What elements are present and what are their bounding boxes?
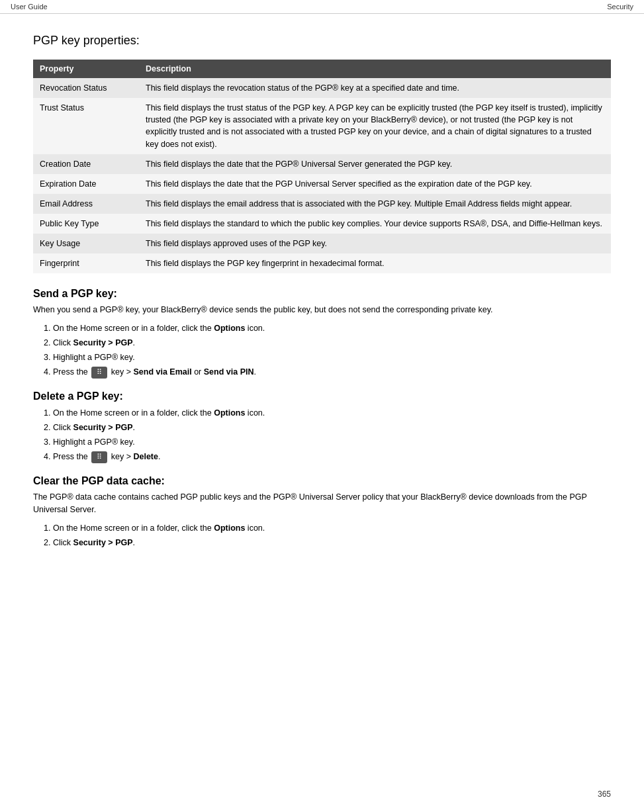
menu-key-icon (91, 451, 107, 463)
property-cell: Creation Date (33, 154, 139, 174)
list-item: Click Security > PGP. (53, 536, 611, 549)
property-cell: Trust Status (33, 98, 139, 154)
properties-table: Property Description Revocation StatusTh… (33, 60, 611, 273)
clear-title: Clear the PGP data cache: (33, 475, 611, 487)
clear-steps: On the Home screen or in a folder, click… (53, 521, 611, 549)
list-item: On the Home screen or in a folder, click… (53, 406, 611, 420)
section-title: PGP key properties: (33, 34, 611, 48)
header-right: Security (607, 3, 633, 11)
description-cell: This field displays the email address th… (139, 194, 611, 214)
description-cell: This field displays the trust status of … (139, 98, 611, 154)
property-cell: Expiration Date (33, 174, 139, 194)
table-row: Expiration DateThis field displays the d… (33, 174, 611, 194)
table-row: Trust StatusThis field displays the trus… (33, 98, 611, 154)
description-cell: This field displays the date that the PG… (139, 154, 611, 174)
page-header: User Guide Security (0, 0, 644, 14)
property-cell: Key Usage (33, 234, 139, 253)
table-row: Revocation StatusThis field displays the… (33, 78, 611, 98)
list-item: Highlight a PGP® key. (53, 435, 611, 449)
list-item: Press the key > Delete. (53, 450, 611, 463)
property-cell: Email Address (33, 194, 139, 214)
property-cell: Revocation Status (33, 78, 139, 98)
list-item: Press the key > Send via Email or Send v… (53, 365, 611, 379)
list-item: On the Home screen or in a folder, click… (53, 322, 611, 335)
table-row: Public Key TypeThis field displays the s… (33, 214, 611, 234)
list-item: On the Home screen or in a folder, click… (53, 521, 611, 535)
delete-section: Delete a PGP key: On the Home screen or … (33, 390, 611, 463)
description-cell: This field displays the standard to whic… (139, 214, 611, 234)
send-title: Send a PGP key: (33, 288, 611, 300)
send-section: Send a PGP key: When you send a PGP® key… (33, 288, 611, 379)
clear-section: Clear the PGP data cache: The PGP® data … (33, 475, 611, 549)
header-left: User Guide (11, 3, 48, 11)
property-cell: Public Key Type (33, 214, 139, 234)
description-cell: This field displays the PGP key fingerpr… (139, 253, 611, 273)
list-item: Highlight a PGP® key. (53, 351, 611, 364)
main-content: PGP key properties: Property Description… (0, 14, 644, 585)
clear-intro: The PGP® data cache contains cached PGP … (33, 491, 611, 516)
table-row: Creation DateThis field displays the dat… (33, 154, 611, 174)
page-number: 365 (598, 789, 611, 799)
delete-steps: On the Home screen or in a folder, click… (53, 406, 611, 463)
table-header-row: Property Description (33, 60, 611, 78)
list-item: Click Security > PGP. (53, 421, 611, 434)
description-cell: This field displays the date that the PG… (139, 174, 611, 194)
description-cell: This field displays approved uses of the… (139, 234, 611, 253)
send-intro: When you send a PGP® key, your BlackBerr… (33, 304, 611, 316)
table-row: Key UsageThis field displays approved us… (33, 234, 611, 253)
property-cell: Fingerprint (33, 253, 139, 273)
col-description: Description (139, 60, 611, 78)
table-row: Email AddressThis field displays the ema… (33, 194, 611, 214)
list-item: Click Security > PGP. (53, 336, 611, 349)
send-steps: On the Home screen or in a folder, click… (53, 322, 611, 379)
delete-title: Delete a PGP key: (33, 390, 611, 402)
description-cell: This field displays the revocation statu… (139, 78, 611, 98)
menu-key-icon (91, 367, 107, 379)
col-property: Property (33, 60, 139, 78)
table-row: FingerprintThis field displays the PGP k… (33, 253, 611, 273)
